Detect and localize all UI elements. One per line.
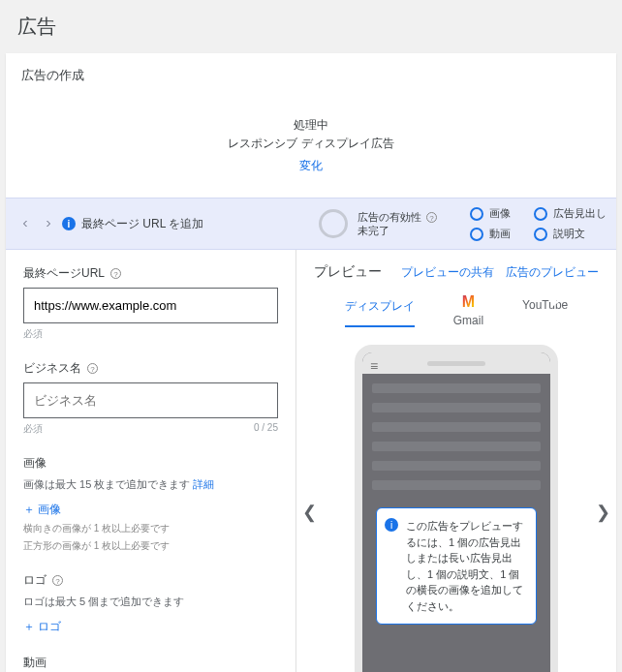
images-label: 画像 <box>23 455 47 472</box>
help-icon[interactable]: ? <box>87 363 98 374</box>
help-icon[interactable]: ? <box>52 575 63 586</box>
logo-group: ロゴ ? ロゴは最大 5 個まで追加できます ＋ ロゴ <box>23 572 278 635</box>
status-change-link[interactable]: 変化 <box>299 158 323 174</box>
phone-top-bar: ≡ <box>362 352 550 374</box>
add-image-button[interactable]: ＋ 画像 <box>23 502 61 518</box>
phone-preview: ≡ i この広告をプレビューするには、1 個の広告見出しまたは長い広告見出し、1… <box>355 345 558 672</box>
ad-create-card: 広告の作成 処理中 レスポンシブ ディスプレイ広告 変化 i 最終ページ URL… <box>6 53 616 672</box>
gmail-icon: M <box>453 294 483 310</box>
tab-youtube[interactable]: YouTube <box>522 294 568 327</box>
logo-label: ロゴ <box>23 572 47 589</box>
images-sub: 画像は最大 15 枚まで追加できます <box>23 478 190 490</box>
images-note-1: 横向きの画像が 1 枚以上必要です <box>23 522 278 535</box>
preview-prev-button[interactable]: ❮ <box>302 502 317 523</box>
tab-display[interactable]: ディスプレイ <box>345 294 415 327</box>
form-column: 最終ページURL ? 必須 ビジネス名 ? 必須 0 / 25 <box>6 250 296 672</box>
ad-preview-link[interactable]: 広告のプレビュー <box>506 264 599 281</box>
ad-strength: 広告の有効性 ? 未完了 画像 広告見出し 動画 説明文 <box>319 206 606 241</box>
preview-next-button[interactable]: ❯ <box>596 502 610 523</box>
editor-area: 最終ページURL ? 必須 ビジネス名 ? 必須 0 / 25 <box>6 250 616 672</box>
logo-sub: ロゴは最大 5 個まで追加できます <box>23 595 278 609</box>
tab-youtube-label: YouTube <box>522 298 568 312</box>
tab-gmail[interactable]: M Gmail <box>453 294 483 327</box>
tab-gmail-label: Gmail <box>453 314 483 327</box>
business-name-group: ビジネス名 ? 必須 0 / 25 <box>23 360 278 436</box>
next-step-button[interactable] <box>39 214 58 233</box>
add-logo-button[interactable]: ＋ ロゴ <box>23 619 61 635</box>
asset-videos[interactable]: 動画 <box>470 227 511 241</box>
share-preview-link[interactable]: プレビューの共有 <box>401 264 494 281</box>
asset-images[interactable]: 画像 <box>470 206 511 221</box>
step-bar: i 最終ページ URL を追加 広告の有効性 ? 未完了 画像 広告見出し 動画… <box>6 198 616 250</box>
preview-instruction-callout: i この広告をプレビューするには、1 個の広告見出しまたは長い広告見出し、1 個… <box>376 507 537 625</box>
help-icon[interactable]: ? <box>426 212 437 223</box>
final-url-group: 最終ページURL ? 必須 <box>23 265 278 341</box>
strength-value: 未完了 <box>358 225 389 236</box>
status-block: 処理中 レスポンシブ ディスプレイ広告 変化 <box>6 98 616 198</box>
business-counter: 0 / 25 <box>254 422 278 436</box>
phone-speaker-icon <box>427 361 485 366</box>
placeholder-lines <box>362 383 550 490</box>
preview-title: プレビュー <box>314 263 382 281</box>
status-ad-type: レスポンシブ ディスプレイ広告 <box>6 136 616 152</box>
page-title: 広告 <box>0 0 622 53</box>
strength-ring-icon <box>319 209 348 238</box>
preview-column: プレビュー プレビューの共有 広告のプレビュー ディスプレイ M Gmail Y <box>296 250 616 672</box>
asset-headlines[interactable]: 広告見出し <box>534 206 606 221</box>
final-url-required: 必須 <box>23 327 43 341</box>
info-icon: i <box>62 217 76 230</box>
help-icon[interactable]: ? <box>110 268 121 279</box>
tab-display-label: ディスプレイ <box>345 299 415 313</box>
strength-label: 広告の有効性 <box>358 211 421 223</box>
prev-step-button[interactable] <box>16 214 35 233</box>
images-group: 画像 画像は最大 15 枚まで追加できます 詳細 ＋ 画像 横向きの画像が 1 … <box>23 455 278 553</box>
final-url-label: 最終ページURL <box>23 265 105 282</box>
menu-icon: ≡ <box>370 358 378 374</box>
video-group: 動画 省略可（縦向きと横向きの約 30 秒の動画を掲載すると最も効果的です） ＋… <box>23 655 278 672</box>
callout-text: この広告をプレビューするには、1 個の広告見出しまたは長い広告見出し、1 個の説… <box>406 520 523 612</box>
asset-descriptions[interactable]: 説明文 <box>534 227 606 241</box>
info-icon: i <box>385 518 398 532</box>
business-name-input[interactable] <box>23 382 278 418</box>
business-required: 必須 <box>23 422 43 436</box>
current-step-text: 最終ページ URL を追加 <box>81 216 203 232</box>
images-note-2: 正方形の画像が 1 枚以上必要です <box>23 539 278 553</box>
video-label: 動画 <box>23 655 47 671</box>
status-processing: 処理中 <box>6 117 616 134</box>
card-title: 広告の作成 <box>6 53 616 98</box>
final-url-input[interactable] <box>23 288 278 323</box>
business-label: ビジネス名 <box>23 360 81 377</box>
images-detail-link[interactable]: 詳細 <box>193 478 214 490</box>
preview-tabs: ディスプレイ M Gmail YouTube <box>314 294 599 327</box>
